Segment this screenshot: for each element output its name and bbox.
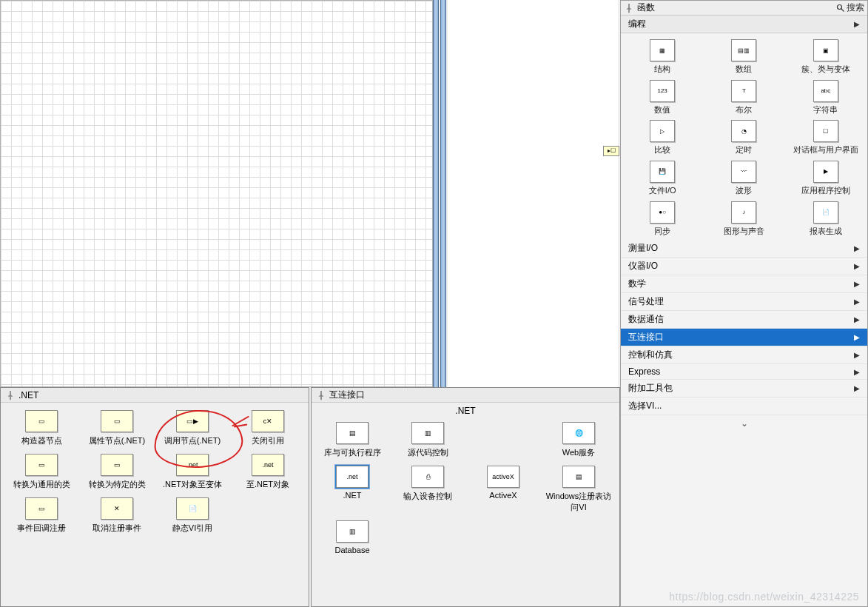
dotnet-item-icon: .net bbox=[176, 454, 209, 476]
interop-item-label: Web服务 bbox=[562, 447, 595, 458]
menu-item[interactable]: 附加工具包▶ bbox=[621, 380, 867, 398]
dotnet-item-icon: c✕ bbox=[252, 410, 284, 432]
menu-item[interactable]: Express▶ bbox=[621, 364, 867, 380]
dotnet-item[interactable]: ▭事件回调注册 bbox=[5, 497, 78, 534]
menu-item-label: 数学 bbox=[628, 278, 646, 290]
palette-item[interactable]: 〰波形 bbox=[705, 161, 782, 195]
programming-icon-grid: ▦结构▤▥数组▣簇、类与变体123数值T布尔abc字符串▷比较◔定时☐对话框与用… bbox=[621, 33, 867, 240]
svg-point-0 bbox=[838, 4, 842, 9]
interop-item-icon: activeX bbox=[487, 466, 519, 488]
interop-palette-title: 互连接口 bbox=[329, 389, 365, 401]
dotnet-item[interactable]: c✕关闭引用 bbox=[232, 410, 304, 446]
interop-item[interactable]: activeXActiveX bbox=[467, 466, 539, 513]
menu-item-label: 数据通信 bbox=[628, 313, 664, 326]
palette-item[interactable]: 123数值 bbox=[624, 80, 701, 115]
palette-item-label: 数组 bbox=[736, 64, 752, 74]
interop-item-icon: .net bbox=[336, 466, 369, 488]
palette-item[interactable]: 💾文件I/O bbox=[624, 161, 701, 195]
menu-item[interactable]: 数据通信▶ bbox=[621, 311, 867, 329]
dotnet-item[interactable]: ✕取消注册事件 bbox=[81, 497, 153, 534]
palette-item[interactable]: ▷比较 bbox=[624, 120, 701, 155]
palette-item-label: 簇、类与变体 bbox=[801, 64, 850, 74]
palette-item-label: 比较 bbox=[654, 145, 670, 155]
window-divider-2[interactable] bbox=[440, 0, 446, 387]
chevron-right-icon: ▶ bbox=[854, 280, 860, 288]
menu-item[interactable]: 测量I/O▶ bbox=[621, 240, 867, 258]
menu-item[interactable]: 控制和仿真▶ bbox=[621, 346, 867, 364]
interop-item[interactable]: 🌐Web服务 bbox=[542, 422, 615, 458]
interop-selected-label: .NET bbox=[312, 403, 619, 417]
interop-palette-header: 互连接口 bbox=[312, 388, 619, 403]
palette-item[interactable]: ▦结构 bbox=[624, 39, 701, 74]
palette-item[interactable]: ☐对话框与用户界面 bbox=[787, 120, 864, 155]
pin-icon[interactable] bbox=[624, 3, 634, 13]
menu-item[interactable]: 选择VI... bbox=[621, 398, 867, 415]
menu-item-label: 附加工具包 bbox=[628, 382, 673, 395]
interop-item-label: Database bbox=[334, 546, 369, 554]
interop-item-icon: ▤ bbox=[336, 422, 369, 444]
diagram-node-icon[interactable]: ▸☐ bbox=[603, 146, 619, 156]
dotnet-item[interactable]: ▭转换为通用的类 bbox=[5, 454, 78, 490]
palette-icon: ▷ bbox=[650, 120, 675, 142]
dotnet-item-icon: ▭▶ bbox=[176, 410, 209, 432]
search-button[interactable]: 搜索 bbox=[836, 1, 864, 14]
interop-item[interactable]: ▤库与可执行程序 bbox=[316, 422, 388, 458]
interop-item[interactable]: ▥源代码控制 bbox=[391, 422, 464, 458]
functions-palette-header: 函数 搜索 bbox=[621, 1, 867, 16]
palette-item[interactable]: ▶应用程序控制 bbox=[787, 161, 864, 195]
palette-item[interactable]: ◔定时 bbox=[705, 120, 782, 155]
dotnet-item[interactable]: ▭转换为特定的类 bbox=[81, 454, 153, 490]
palette-icon: 123 bbox=[650, 80, 675, 102]
palette-icon: T bbox=[731, 80, 756, 102]
palette-item-label: 文件I/O bbox=[649, 186, 676, 195]
palette-icon: 📄 bbox=[813, 201, 838, 224]
dotnet-item-icon: ▭ bbox=[101, 410, 133, 432]
palette-item[interactable]: abc字符串 bbox=[787, 80, 864, 115]
dotnet-item[interactable]: .net.NET对象至变体 bbox=[156, 454, 229, 490]
menu-item[interactable]: 仪器I/O▶ bbox=[621, 258, 867, 275]
pin-icon[interactable] bbox=[5, 390, 16, 400]
pin-icon[interactable] bbox=[316, 390, 326, 400]
interop-item-label: 源代码控制 bbox=[408, 447, 448, 458]
palette-item[interactable]: ●○同步 bbox=[624, 201, 701, 236]
category-header[interactable]: 编程 ▶ bbox=[621, 16, 867, 33]
expand-chevron[interactable]: ⌄ bbox=[621, 415, 867, 432]
dotnet-item-label: 至.NET对象 bbox=[246, 479, 289, 490]
chevron-right-icon: ▶ bbox=[854, 244, 860, 252]
interop-item-icon: 🌐 bbox=[562, 422, 595, 444]
dotnet-item[interactable]: ▭▶调用节点(.NET) bbox=[156, 410, 229, 446]
dotnet-item-icon: ✕ bbox=[101, 497, 133, 520]
menu-item[interactable]: 信号处理▶ bbox=[621, 293, 867, 311]
dotnet-item[interactable]: ▭构造器节点 bbox=[5, 410, 78, 446]
block-diagram-grid[interactable] bbox=[0, 0, 433, 387]
window-divider-1[interactable] bbox=[433, 0, 439, 387]
interop-item-label: ActiveX bbox=[489, 491, 517, 500]
palette-item[interactable]: T布尔 bbox=[705, 80, 782, 115]
palette-item[interactable]: ▤▥数组 bbox=[705, 39, 782, 74]
palette-icon: 〰 bbox=[731, 161, 756, 183]
palette-item[interactable]: 📄报表生成 bbox=[787, 201, 864, 236]
interop-item-grid: ▤库与可执行程序▥源代码控制▢🌐Web服务.net.NET⎙输入设备控制acti… bbox=[312, 417, 619, 562]
dotnet-item-label: 事件回调注册 bbox=[17, 523, 66, 534]
dotnet-item[interactable]: 📄静态VI引用 bbox=[156, 497, 229, 534]
palette-icon: ▣ bbox=[813, 39, 838, 61]
interop-item[interactable]: ▥Database bbox=[316, 520, 388, 554]
menu-item[interactable]: 数学▶ bbox=[621, 275, 867, 293]
palette-item-label: 字符串 bbox=[813, 105, 838, 115]
dotnet-item-label: 取消注册事件 bbox=[92, 523, 141, 534]
interop-item[interactable]: ▤Windows注册表访问VI bbox=[542, 466, 615, 513]
palette-item[interactable]: ♪图形与声音 bbox=[705, 201, 782, 236]
palette-icon: ◔ bbox=[731, 120, 756, 142]
dotnet-item[interactable]: ▭属性节点(.NET) bbox=[81, 410, 153, 446]
palette-item-label: 布尔 bbox=[736, 105, 752, 115]
interop-item[interactable]: ⎙输入设备控制 bbox=[391, 466, 464, 513]
palette-item[interactable]: ▣簇、类与变体 bbox=[787, 39, 864, 74]
dotnet-item[interactable]: .net至.NET对象 bbox=[232, 454, 304, 490]
front-panel-area[interactable] bbox=[448, 0, 618, 387]
interop-item[interactable]: .net.NET bbox=[316, 466, 388, 513]
palette-icon: ▦ bbox=[650, 39, 675, 61]
chevron-right-icon: ▶ bbox=[854, 384, 860, 392]
dotnet-item-label: 属性节点(.NET) bbox=[89, 435, 145, 446]
functions-category-menu: 测量I/O▶仪器I/O▶数学▶信号处理▶数据通信▶互连接口▶控制和仿真▶Expr… bbox=[621, 240, 867, 415]
menu-item[interactable]: 互连接口▶ bbox=[621, 329, 867, 346]
